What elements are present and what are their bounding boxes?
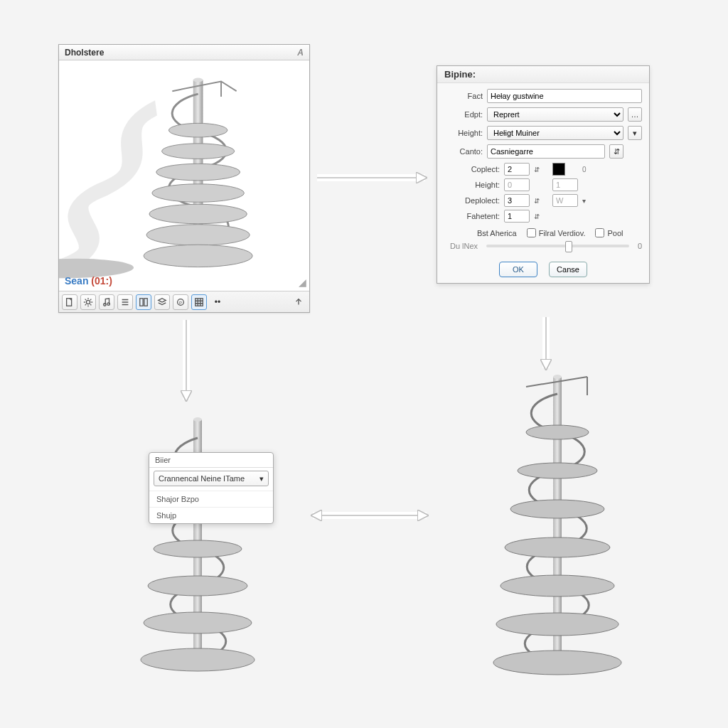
svg-point-13 bbox=[107, 302, 110, 305]
deplolect-chevron-down-icon[interactable]: ▾ bbox=[582, 197, 596, 205]
cancel-button[interactable]: Canse bbox=[549, 262, 587, 277]
svg-point-9 bbox=[144, 245, 252, 267]
fahetent-input[interactable] bbox=[504, 210, 530, 223]
dropdown-header: Biier bbox=[149, 453, 273, 468]
deplolect-label: Deplolect: bbox=[444, 196, 500, 205]
tool-p-icon[interactable]: P bbox=[173, 294, 188, 310]
svg-point-2 bbox=[193, 78, 203, 82]
viewport-status: Sean (01:) bbox=[65, 275, 112, 287]
height-chevron-down-icon[interactable]: ▾ bbox=[628, 126, 642, 140]
fahetent-label: Fahetent: bbox=[444, 212, 500, 220]
deplolect-stepper-icon[interactable]: ⇵ bbox=[534, 197, 548, 205]
fahetent-stepper-icon[interactable]: ⇵ bbox=[534, 213, 548, 220]
svg-rect-14 bbox=[140, 298, 143, 306]
fact-input[interactable] bbox=[487, 89, 642, 103]
tool-gear-icon[interactable] bbox=[80, 294, 96, 310]
svg-point-11 bbox=[86, 300, 90, 304]
status-user: Sean bbox=[65, 275, 88, 287]
bst-label: Bst Aherica bbox=[477, 229, 517, 237]
status-frame: (01:) bbox=[91, 275, 112, 287]
svg-point-25 bbox=[141, 648, 255, 671]
height2-input[interactable] bbox=[504, 178, 530, 191]
ok-button[interactable]: OK bbox=[499, 262, 537, 277]
flow-arrow-bidirectional bbox=[306, 498, 434, 533]
dialog-title: Bipine: bbox=[437, 66, 649, 83]
svg-point-34 bbox=[493, 651, 621, 675]
height2-aux-input[interactable] bbox=[552, 178, 578, 191]
svg-point-23 bbox=[148, 576, 247, 596]
svg-text:P: P bbox=[179, 299, 182, 304]
height2-label: Height: bbox=[444, 181, 500, 189]
svg-point-35 bbox=[553, 375, 562, 379]
dropdown-option[interactable]: Shujp bbox=[149, 507, 273, 523]
dropdown-popup: Biier Crannencal Neine ITame ▾ Shajor Bz… bbox=[149, 452, 274, 524]
svg-point-12 bbox=[104, 303, 107, 306]
slider-label: Du lNex bbox=[450, 242, 478, 250]
coplect-label: Coplect: bbox=[444, 165, 500, 173]
viewport-canvas[interactable]: Sean (01:) ◢ bbox=[59, 60, 309, 291]
svg-point-26 bbox=[193, 417, 202, 422]
index-slider[interactable] bbox=[486, 245, 629, 247]
svg-point-24 bbox=[144, 612, 252, 633]
result-stair-left bbox=[107, 398, 270, 682]
result-stair-right bbox=[455, 363, 640, 690]
coplect-stepper-icon[interactable]: ⇵ bbox=[534, 166, 548, 173]
tool-more-icon[interactable]: •• bbox=[210, 294, 225, 310]
height-label: Height: bbox=[444, 129, 483, 137]
dropdown-option[interactable]: Shajor Bzpo bbox=[149, 491, 273, 507]
edpt-label: Edpt: bbox=[444, 110, 483, 119]
svg-rect-18 bbox=[196, 298, 203, 306]
canto-label: Canto: bbox=[444, 147, 483, 156]
svg-point-28 bbox=[526, 425, 589, 439]
viewport-title: Dholstere bbox=[65, 48, 104, 58]
svg-point-3 bbox=[168, 123, 227, 137]
svg-point-4 bbox=[162, 144, 235, 159]
canto-stepper[interactable]: ⇵ bbox=[609, 144, 623, 159]
svg-point-7 bbox=[149, 204, 247, 223]
tool-bars-icon[interactable] bbox=[117, 294, 133, 310]
svg-point-32 bbox=[500, 575, 614, 596]
svg-point-8 bbox=[146, 225, 250, 245]
canto-input[interactable] bbox=[487, 144, 605, 159]
fact-label: Fact bbox=[444, 92, 483, 100]
svg-point-22 bbox=[154, 540, 242, 557]
svg-point-29 bbox=[518, 463, 597, 478]
tool-upload-icon[interactable] bbox=[291, 294, 306, 310]
tool-document-icon[interactable] bbox=[62, 294, 77, 310]
deplolect-aux-input[interactable] bbox=[552, 194, 578, 207]
cursor-icon: A bbox=[297, 48, 304, 58]
tool-music-icon[interactable] bbox=[99, 294, 114, 310]
coplect-aux: 0 bbox=[582, 166, 596, 173]
dropdown-selected: Crannencal Neine ITame bbox=[159, 474, 245, 483]
svg-point-33 bbox=[496, 613, 619, 636]
svg-point-30 bbox=[510, 500, 604, 518]
resize-icon[interactable]: ◢ bbox=[299, 277, 306, 288]
tool-layers-icon[interactable] bbox=[154, 294, 170, 310]
tool-columns-icon[interactable] bbox=[136, 294, 151, 310]
flow-arrow-down-left bbox=[165, 316, 208, 408]
viewport-panel: Dholstere A bbox=[58, 44, 310, 313]
filral-checkbox[interactable]: Filral Verdiov. bbox=[527, 228, 586, 237]
edpt-browse-button[interactable]: … bbox=[628, 107, 642, 122]
coplect-color-swatch[interactable] bbox=[552, 163, 565, 176]
chevron-down-icon: ▾ bbox=[259, 474, 264, 483]
svg-point-5 bbox=[156, 164, 240, 181]
viewport-toolbar: P •• bbox=[59, 291, 309, 312]
height-select[interactable]: Hełigt Muiner bbox=[487, 126, 623, 140]
slider-value: 0 bbox=[638, 242, 642, 250]
svg-point-31 bbox=[505, 537, 610, 557]
dropdown-select[interactable]: Crannencal Neine ITame ▾ bbox=[154, 471, 269, 486]
pool-checkbox[interactable]: Pool bbox=[595, 228, 623, 237]
svg-point-6 bbox=[152, 184, 245, 203]
svg-rect-15 bbox=[144, 298, 147, 306]
properties-dialog: Bipine: Fact Edpt: Reprert … Height: Heł… bbox=[437, 65, 650, 284]
tool-grid-icon[interactable] bbox=[191, 294, 207, 310]
coplect-input[interactable] bbox=[504, 163, 530, 176]
flow-arrow-right bbox=[313, 156, 434, 199]
edpt-select[interactable]: Reprert bbox=[487, 107, 623, 122]
deplolect-input[interactable] bbox=[504, 194, 530, 207]
viewport-header: Dholstere A bbox=[59, 45, 309, 60]
